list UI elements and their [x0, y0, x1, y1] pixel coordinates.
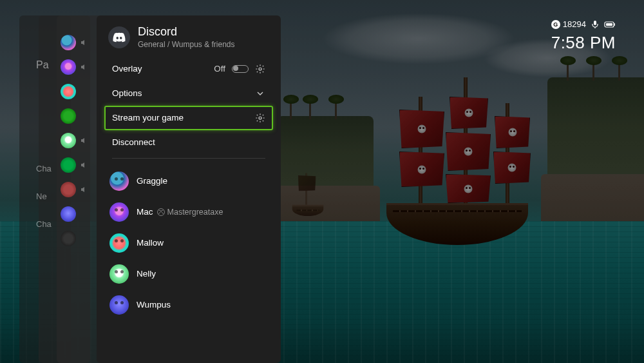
- participant-name: Mac: [137, 207, 153, 217]
- options-label: Options: [112, 88, 142, 98]
- participant-row[interactable]: Nelly: [104, 260, 273, 288]
- gear-icon[interactable]: [255, 64, 265, 74]
- participant-name: Mallow: [137, 238, 164, 248]
- avatar: [61, 231, 76, 246]
- overlay-state: Off: [214, 64, 225, 74]
- status-bar: G 18294 7:58 PM: [551, 19, 616, 53]
- participant-gamertag: Mastergreataxe: [167, 208, 223, 217]
- participant-name: Wumpus: [137, 300, 171, 309]
- avatar: [61, 108, 76, 124]
- stream-label: Stream your game: [112, 113, 184, 123]
- panel-title: Discord: [138, 26, 235, 39]
- discord-panel: Discord General / Wumpus & friends Overl…: [97, 15, 281, 363]
- stream-your-game-row[interactable]: Stream your game: [104, 106, 273, 130]
- avatar: [61, 84, 76, 99]
- svg-rect-0: [594, 21, 596, 25]
- svg-rect-4: [606, 23, 612, 26]
- credits-pill: G 18294: [551, 19, 586, 29]
- clock: 7:58 PM: [551, 33, 616, 53]
- disconnect-label: Disconnect: [112, 137, 155, 147]
- microphone-icon: [591, 20, 599, 29]
- avatar: [109, 264, 129, 284]
- speaker-icon: [80, 161, 88, 169]
- avatar: [61, 59, 76, 75]
- ghost-item: Cha: [36, 164, 52, 173]
- divider: [112, 158, 265, 159]
- avatar: [109, 233, 129, 253]
- credits-value: 18294: [563, 19, 586, 29]
- svg-point-7: [157, 208, 164, 215]
- ghost-panel-title: Pa: [36, 59, 49, 71]
- participant-row[interactable]: Mallow: [104, 230, 273, 257]
- participant-name: Nelly: [137, 269, 156, 279]
- avatar: [109, 172, 129, 191]
- gamerscore-icon: G: [551, 20, 560, 29]
- discord-icon: [108, 26, 130, 48]
- disconnect-row[interactable]: Disconnect: [104, 130, 273, 154]
- overlay-label: Overlay: [112, 64, 142, 74]
- speaker-icon: [80, 63, 88, 71]
- participant-name: Graggle: [137, 176, 167, 186]
- participants-list: Graggle Mac Mastergreataxe Mallow Nelly: [97, 165, 281, 321]
- panel-subtitle: General / Wumpus & friends: [138, 40, 235, 49]
- svg-point-6: [259, 117, 261, 119]
- panel-header: Discord General / Wumpus & friends: [97, 15, 281, 57]
- options-row[interactable]: Options: [104, 81, 273, 106]
- avatar: [109, 295, 129, 315]
- avatar: [61, 182, 76, 197]
- avatar: [61, 157, 76, 173]
- speaker-icon: [80, 39, 88, 46]
- ghost-item: Cha: [36, 219, 52, 229]
- ghost-item: Ne: [36, 191, 52, 201]
- background-participant-strip: [61, 35, 88, 246]
- avatar: [61, 35, 76, 50]
- avatar: [109, 202, 129, 222]
- xbox-icon: [157, 208, 165, 216]
- overlay-row[interactable]: Overlay Off: [104, 57, 273, 81]
- avatar: [61, 133, 76, 148]
- speaker-icon: [80, 137, 88, 144]
- gear-icon[interactable]: [255, 113, 265, 123]
- svg-point-5: [259, 68, 261, 70]
- chevron-down-icon: [255, 88, 265, 99]
- battery-icon: [604, 21, 616, 28]
- participant-row[interactable]: Graggle: [104, 168, 273, 195]
- avatar: [61, 206, 76, 222]
- participant-row[interactable]: Mac Mastergreataxe: [104, 199, 273, 226]
- participant-row[interactable]: Wumpus: [104, 291, 273, 319]
- speaker-icon: [80, 186, 88, 193]
- overlay-toggle[interactable]: [232, 65, 249, 73]
- svg-rect-3: [614, 23, 616, 26]
